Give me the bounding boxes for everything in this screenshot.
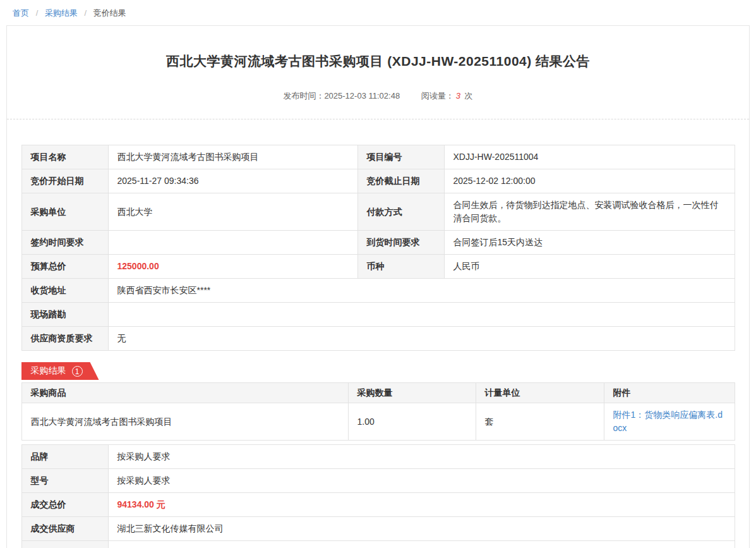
detail-value-supplier: 湖北三新文化传媒有限公司 [108, 517, 735, 541]
announcement-card: 西北大学黄河流域考古图书采购项目 (XDJJ-HW-202511004) 结果公… [6, 25, 750, 548]
info-value-payment: 合同生效后，待货物到达指定地点、安装调试验收合格后，一次性付清合同货款。 [444, 193, 735, 231]
info-label-project-name: 项目名称 [21, 145, 108, 169]
table-header-row: 采购商品 采购数量 计量单位 附件 [21, 383, 735, 403]
info-label-address: 收货地址 [21, 279, 108, 303]
info-value-purchaser: 西北大学 [108, 193, 357, 231]
detail-label-warranty: 质保及售后服务 [21, 541, 108, 548]
info-value-qualification: 无 [108, 327, 735, 351]
detail-value-brand: 按采购人要求 [108, 445, 735, 469]
page: 首页 / 采购结果 / 竞价结果 西北大学黄河流域考古图书采购项目 (XDJJ-… [0, 0, 756, 548]
attachment-link[interactable]: 附件1：货物类响应偏离表.docx [613, 410, 723, 433]
read-count: 阅读量：3 次 [421, 91, 473, 100]
info-value-budget: 125000.00 [108, 255, 357, 279]
info-value-project-no: XDJJ-HW-202511004 [444, 145, 735, 169]
header-product: 采购商品 [21, 383, 348, 403]
info-value-bid-start: 2025-11-27 09:34:36 [108, 169, 357, 193]
result-badge-number: 1 [72, 366, 83, 377]
info-value-sign-time [108, 231, 357, 255]
info-value-currency: 人民币 [444, 255, 735, 279]
table-row: 供应商资质要求 无 [21, 327, 735, 351]
info-value-bid-end: 2025-12-02 12:00:00 [444, 169, 735, 193]
header-attachment: 附件 [604, 383, 735, 403]
deal-price-unit: 元 [157, 499, 165, 509]
info-value-address: 陕西省西安市长安区**** [108, 279, 735, 303]
detail-value-warranty: 质保期：自验收合格之日起2年。质保期内如有质量问题，我公司保证无条件免费更换。质… [108, 541, 735, 548]
result-detail-table: 品牌 按采购人要求 型号 按采购人要求 成交总价 94134.00 元 成交供应… [21, 444, 735, 548]
table-row: 项目名称 西北大学黄河流域考古图书采购项目 项目编号 XDJJ-HW-20251… [21, 145, 735, 169]
breadcrumb-purchase-results[interactable]: 采购结果 [45, 8, 78, 18]
breadcrumb-current: 竞价结果 [93, 8, 126, 18]
page-title: 西北大学黄河流域考古图书采购项目 (XDJJ-HW-202511004) 结果公… [7, 52, 749, 70]
info-label-qualification: 供应商资质要求 [21, 327, 108, 351]
table-row: 竞价开始日期 2025-11-27 09:34:36 竞价截止日期 2025-1… [21, 169, 735, 193]
info-value-project-name: 西北大学黄河流域考古图书采购项目 [108, 145, 357, 169]
product-unit: 套 [476, 403, 604, 441]
product-name: 西北大学黄河流域考古图书采购项目 [21, 403, 348, 441]
read-count-label: 阅读量： [421, 91, 454, 100]
table-row: 预算总价 125000.00 币种 人民币 [21, 255, 735, 279]
divider [7, 119, 749, 119]
table-row: 西北大学黄河流域考古图书采购项目 1.00 套 附件1：货物类响应偏离表.doc… [21, 403, 735, 441]
table-row: 签约时间要求 到货时间要求 合同签订后15天内送达 [21, 231, 735, 255]
table-row: 型号 按采购人要求 [21, 469, 735, 493]
info-value-delivery-time: 合同签订后15天内送达 [444, 231, 735, 255]
detail-value-model: 按采购人要求 [108, 469, 735, 493]
detail-label-deal-price: 成交总价 [21, 493, 108, 517]
info-label-currency: 币种 [357, 255, 444, 279]
breadcrumb-separator: / [85, 8, 87, 18]
result-badge-label: 采购结果 [31, 365, 66, 377]
info-label-purchaser: 采购单位 [21, 193, 108, 231]
table-row: 现场踏勘 [21, 303, 735, 327]
info-label-bid-end: 竞价截止日期 [357, 169, 444, 193]
deal-price-number: 94134.00 [117, 499, 154, 509]
info-label-payment: 付款方式 [357, 193, 444, 231]
read-count-unit: 次 [465, 91, 473, 100]
header-quantity: 采购数量 [348, 383, 476, 403]
table-row: 成交总价 94134.00 元 [21, 493, 735, 517]
info-label-project-no: 项目编号 [357, 145, 444, 169]
announcement-meta: 发布时间：2025-12-03 11:02:48 阅读量：3 次 [7, 90, 749, 102]
detail-label-brand: 品牌 [21, 445, 108, 469]
breadcrumb-home[interactable]: 首页 [13, 8, 29, 18]
table-row: 收货地址 陕西省西安市长安区**** [21, 279, 735, 303]
result-badge-row: 采购结果 1 [21, 362, 735, 380]
table-row: 品牌 按采购人要求 [21, 445, 735, 469]
breadcrumb-separator: / [36, 8, 39, 18]
publish-time-label: 发布时间： [283, 91, 324, 100]
table-row: 质保及售后服务 质保期：自验收合格之日起2年。质保期内如有质量问题，我公司保证无… [21, 541, 735, 548]
project-info-table: 项目名称 西北大学黄河流域考古图书采购项目 项目编号 XDJJ-HW-20251… [21, 145, 735, 351]
detail-label-supplier: 成交供应商 [21, 517, 108, 541]
info-label-delivery-time: 到货时间要求 [357, 231, 444, 255]
detail-value-deal-price: 94134.00 元 [108, 493, 735, 517]
breadcrumb: 首页 / 采购结果 / 竞价结果 [0, 0, 756, 25]
info-label-budget: 预算总价 [21, 255, 108, 279]
table-row: 采购单位 西北大学 付款方式 合同生效后，待货物到达指定地点、安装调试验收合格后… [21, 193, 735, 231]
result-product-table: 采购商品 采购数量 计量单位 附件 西北大学黄河流域考古图书采购项目 1.00 … [21, 382, 735, 441]
detail-label-model: 型号 [21, 469, 108, 493]
read-count-value: 3 [456, 91, 460, 100]
info-label-sign-time: 签约时间要求 [21, 231, 108, 255]
info-value-site-visit [108, 303, 735, 327]
info-label-site-visit: 现场踏勘 [21, 303, 108, 327]
publish-time: 发布时间：2025-12-03 11:02:48 [283, 91, 400, 100]
table-row: 成交供应商 湖北三新文化传媒有限公司 [21, 517, 735, 541]
result-badge: 采购结果 1 [21, 362, 99, 380]
header-unit: 计量单位 [476, 383, 604, 403]
info-label-bid-start: 竞价开始日期 [21, 169, 108, 193]
product-quantity: 1.00 [348, 403, 476, 441]
publish-time-value: 2025-12-03 11:02:48 [324, 91, 400, 100]
